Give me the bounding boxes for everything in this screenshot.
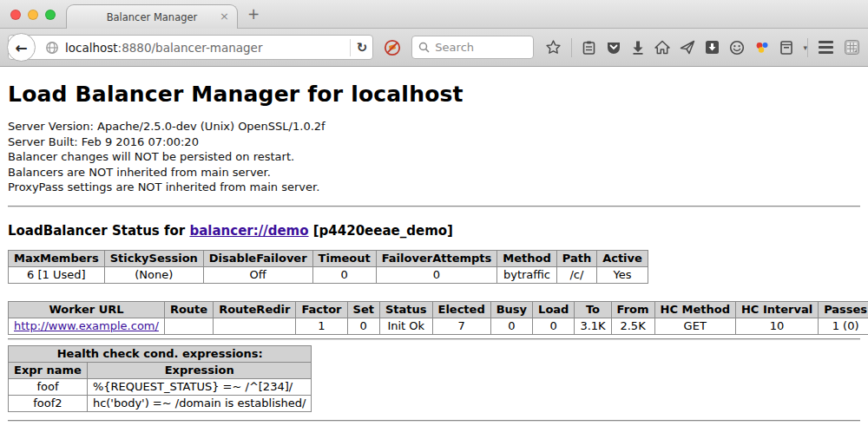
col-expression: Expression (87, 362, 312, 378)
search-field[interactable]: Search (411, 36, 534, 59)
section-divider (8, 338, 860, 340)
table-row: http://www.example.com/ 1 0 Init Ok 7 0 … (9, 318, 868, 334)
search-placeholder: Search (435, 41, 474, 54)
col-worker-url: Worker URL (9, 301, 165, 318)
cell-status: Init Ok (379, 318, 432, 334)
tab-close-icon[interactable]: × (220, 10, 229, 23)
browser-tab[interactable]: Balancer Manager × (66, 4, 238, 29)
grid-addon-icon[interactable] (844, 39, 860, 56)
window-zoom-button[interactable] (45, 10, 56, 20)
inherit-notice-line: Balancers are NOT inherited from main se… (8, 165, 860, 180)
cell-maxmembers: 6 [1 Used] (9, 266, 105, 283)
col-active: Active (597, 250, 648, 266)
table-row: foof %{REQUEST_STATUS} =~ /^[234]/ (9, 378, 312, 395)
pocket-icon[interactable] (606, 40, 621, 56)
col-maxmembers: MaxMembers (9, 250, 105, 266)
col-failoverattempts: FailoverAttempts (376, 250, 497, 266)
cell-to: 3.1K (575, 318, 611, 334)
col-status: Status (379, 301, 432, 318)
menu-icon[interactable] (819, 41, 833, 54)
persist-notice-line: Balancer changes will NOT be persisted o… (8, 149, 860, 165)
cell-hc-interval: 10 (735, 318, 818, 334)
window-close-button[interactable] (10, 10, 21, 20)
page-content: Load Balancer Manager for localhost Serv… (0, 82, 868, 422)
cell-path: /c/ (556, 266, 596, 283)
extension-colordots-icon[interactable] (754, 40, 770, 56)
url-host-text: localhost (65, 41, 118, 55)
url-divider (350, 39, 351, 56)
worker-status-table: Worker URL Route RouteRedir Factor Set S… (8, 301, 868, 335)
url-path-text: :8880/balancer-manager (118, 41, 263, 55)
col-routeredir: RouteRedir (214, 301, 296, 318)
video-download-icon[interactable] (705, 40, 720, 55)
status-prefix: LoadBalancer Status for (8, 223, 189, 239)
reading-list-icon[interactable] (582, 40, 596, 56)
cell-hc-method: GET (654, 318, 735, 334)
col-timeout: Timeout (312, 250, 376, 266)
toolbar-separator (571, 38, 572, 57)
new-tab-button[interactable]: + (247, 5, 260, 23)
cell-expression: %{REQUEST_STATUS} =~ /^[234]/ (87, 378, 312, 395)
home-icon[interactable] (654, 40, 670, 55)
toolbar-right-group (807, 38, 860, 57)
col-from: From (611, 301, 654, 318)
cell-expression: hc('body') =~ /domain is established/ (87, 395, 312, 411)
search-icon (418, 42, 430, 53)
table-header-row: Worker URL Route RouteRedir Factor Set S… (9, 301, 868, 318)
cell-failoverattempts: 0 (376, 266, 497, 283)
cell-factor: 1 (296, 318, 347, 334)
page-title: Load Balancer Manager for localhost (8, 82, 860, 107)
balancer-link[interactable]: balancer://demo (189, 223, 308, 239)
cell-load: 0 (533, 318, 575, 334)
col-disablefailover: DisableFailover (203, 250, 312, 266)
col-load: Load (533, 301, 575, 318)
worker-url-link[interactable]: http://www.example.com/ (14, 319, 159, 332)
site-identity-globe-icon[interactable] (45, 41, 59, 55)
cell-elected: 7 (432, 318, 490, 334)
plugin-blocked-icon[interactable] (384, 39, 401, 56)
proxypass-notice-line: ProxyPass settings are NOT inherited fro… (8, 180, 860, 195)
bottom-divider (8, 420, 860, 422)
table-row: 6 [1 Used] (None) Off 0 0 bytraffic /c/ … (9, 266, 648, 283)
table-row: foof2 hc('body') =~ /domain is establish… (9, 395, 312, 411)
server-version-line: Server Version: Apache/2.5.0-dev (Unix) … (8, 119, 860, 134)
bookmark-star-icon[interactable] (545, 39, 562, 56)
window-titlebar: Balancer Manager × + (0, 0, 868, 29)
col-route: Route (164, 301, 213, 318)
col-set: Set (347, 301, 379, 318)
window-minimize-button[interactable] (28, 10, 38, 20)
table-title-row: Health check cond. expressions: (9, 345, 312, 362)
send-icon[interactable] (680, 40, 695, 55)
cell-routeredir (214, 318, 296, 334)
col-hc-method: HC Method (654, 301, 735, 318)
col-factor: Factor (296, 301, 347, 318)
col-elected: Elected (432, 301, 490, 318)
tab-title: Balancer Manager (107, 11, 198, 23)
containers-icon[interactable] (779, 40, 793, 56)
status-suffix: [p4420eeae_demo] (309, 223, 453, 239)
back-button[interactable]: ← (7, 33, 36, 62)
feedback-smiley-icon[interactable] (729, 40, 745, 56)
health-table-title: Health check cond. expressions: (9, 345, 312, 362)
url-bar[interactable]: ← localhost:8880/balancer-manager ↻ (8, 35, 373, 60)
table-header-row: Expr name Expression (9, 362, 312, 378)
downloads-icon[interactable] (631, 40, 645, 55)
col-expr-name: Expr name (9, 362, 88, 378)
reload-icon[interactable]: ↻ (357, 40, 368, 56)
toolbar-separator (807, 38, 808, 57)
cell-set: 0 (347, 318, 379, 334)
cell-busy: 0 (490, 318, 532, 334)
cell-timeout: 0 (312, 266, 376, 283)
col-passes: Passes (819, 301, 868, 318)
col-method: Method (497, 250, 556, 266)
server-built-line: Server Built: Feb 9 2016 07:00:20 (8, 134, 860, 150)
cell-expr-name: foof (9, 378, 88, 395)
col-busy: Busy (490, 301, 532, 318)
cell-expr-name: foof2 (9, 395, 88, 411)
cell-from: 2.5K (611, 318, 654, 334)
cell-passes: 1 (0) (819, 318, 868, 334)
toolbar-icons: ▾ (545, 38, 807, 57)
col-to: To (575, 301, 611, 318)
table-header-row: MaxMembers StickySession DisableFailover… (9, 250, 648, 266)
cell-disablefailover: Off (203, 266, 312, 283)
